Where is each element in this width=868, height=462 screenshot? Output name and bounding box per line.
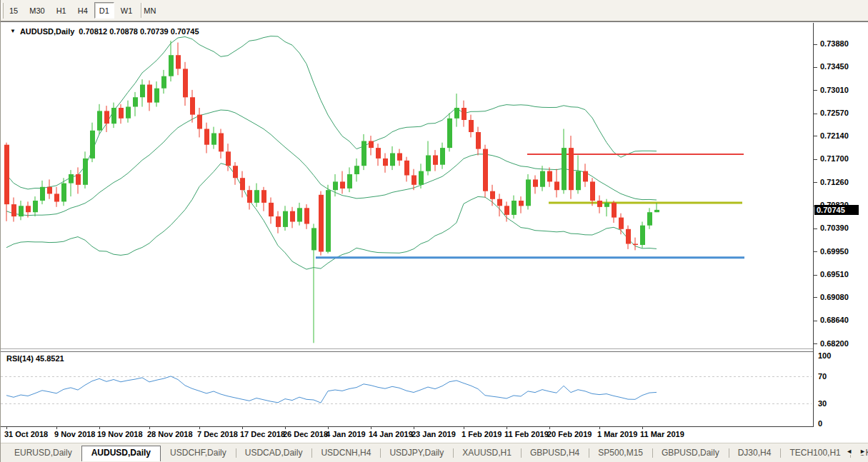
rsi-level-label: 100 bbox=[818, 351, 831, 360]
candle-body-bear bbox=[240, 178, 245, 190]
candle-body-bull bbox=[647, 212, 652, 226]
price-tick-mark bbox=[814, 275, 817, 276]
tab-tech100-h1[interactable]: TECH100,H1 bbox=[780, 446, 849, 461]
tab-usdcad-daily[interactable]: USDCAD,Daily bbox=[236, 446, 312, 461]
price-tick-mark bbox=[814, 297, 817, 298]
date-tick-label: 14 Jan 2019 bbox=[369, 430, 413, 438]
price-tick-mark bbox=[814, 321, 817, 321]
candle-body-bear bbox=[226, 151, 231, 166]
tab-scroll-left-icon[interactable]: ◄ bbox=[846, 448, 852, 455]
price-tick-mark bbox=[814, 114, 817, 114]
candle-body-bull bbox=[69, 174, 74, 184]
timeframe-button-mn[interactable]: MN bbox=[139, 2, 161, 19]
candle-body-bear bbox=[376, 148, 381, 159]
date-tick-label: 1 Mar 2019 bbox=[597, 430, 637, 438]
date-tick-label: 28 Nov 2018 bbox=[147, 430, 193, 438]
candle-body-bull bbox=[33, 201, 38, 212]
date-tick-label: 17 Dec 2018 bbox=[240, 430, 285, 438]
tab-xauusd-h1[interactable]: XAUUSD,H1 bbox=[453, 446, 521, 461]
candle-body-bull bbox=[169, 55, 174, 76]
price-tick-label: 0.72140 bbox=[820, 131, 849, 140]
candle-body-bear bbox=[483, 149, 488, 191]
tab-usdcnh-h4[interactable]: USDCNH,H4 bbox=[311, 446, 380, 461]
tab-gbpusd-h4[interactable]: GBPUSD,H4 bbox=[521, 446, 589, 461]
timeframe-button-h1[interactable]: H1 bbox=[51, 2, 71, 19]
candle-body-bear bbox=[547, 171, 552, 182]
candle-body-bear bbox=[397, 154, 402, 161]
tab-audusd-daily[interactable]: AUDUSD,Daily bbox=[81, 446, 161, 461]
candle-body-bear bbox=[533, 179, 538, 186]
price-tick-label: 0.69510 bbox=[820, 270, 849, 278]
chart-ohlc-values: 0.70812 0.70878 0.70739 0.70745 bbox=[79, 27, 199, 36]
date-tick-mark bbox=[56, 427, 57, 429]
timeframe-toolbar: 15M30H1H4D1W1MN bbox=[1, 0, 868, 21]
timeframe-button-h4[interactable]: H4 bbox=[73, 2, 93, 19]
tab-gbpusd-daily[interactable]: GBPUSD,Daily bbox=[652, 446, 729, 461]
chart-tabs-bar: EURUSD,DailyAUDUSD,DailyUSDCHF,DailyUSDC… bbox=[1, 443, 868, 462]
pane-divider[interactable] bbox=[1, 348, 868, 352]
candle-body-bull bbox=[19, 206, 24, 216]
candle-body-bear bbox=[504, 206, 509, 215]
candle-body-bear bbox=[369, 141, 374, 149]
candle-body-bull bbox=[83, 159, 88, 185]
candle-body-bear bbox=[290, 211, 295, 222]
price-tick-label: 0.69950 bbox=[820, 247, 849, 256]
tab-dj30-h4[interactable]: DJ30,H4 bbox=[729, 446, 781, 461]
price-chart-svg[interactable] bbox=[1, 23, 813, 349]
chevron-down-icon[interactable]: ▼ bbox=[10, 29, 16, 34]
tab-usdchf-daily[interactable]: USDCHF,Daily bbox=[161, 446, 236, 461]
candle-body-bull bbox=[333, 181, 338, 190]
date-tick-label: 9 Nov 2018 bbox=[54, 430, 95, 438]
date-axis[interactable]: 31 Oct 20189 Nov 201819 Nov 201828 Nov 2… bbox=[1, 427, 813, 443]
candle-body-bear bbox=[340, 181, 345, 189]
price-tick-label: 0.70390 bbox=[820, 224, 849, 232]
candle-body-bear bbox=[147, 85, 152, 103]
candle-body-bull bbox=[154, 89, 159, 103]
candle-body-bull bbox=[140, 85, 145, 98]
candle-body-bull bbox=[211, 134, 216, 145]
bollinger-lower-band bbox=[6, 164, 657, 269]
candle-body-bull bbox=[390, 154, 395, 166]
candle-body-bull bbox=[326, 190, 331, 251]
date-tick-mark bbox=[371, 427, 371, 429]
candle-body-bull bbox=[254, 190, 259, 203]
tab-scroll-arrows: ◄ ► bbox=[842, 448, 866, 455]
date-tick-mark bbox=[242, 427, 243, 429]
timeframe-button-d1[interactable]: D1 bbox=[94, 2, 114, 19]
candle-body-bear bbox=[612, 203, 617, 218]
candle-body-bear bbox=[497, 199, 502, 206]
candle-body-bull bbox=[111, 108, 116, 124]
candle-body-bear bbox=[433, 156, 438, 165]
tab-usdjpy-daily[interactable]: USDJPY,Daily bbox=[380, 446, 453, 461]
price-axis[interactable]: 0.738800.734500.730100.725700.721400.717… bbox=[813, 23, 868, 427]
candle-body-bear bbox=[319, 195, 324, 252]
date-tick-mark bbox=[328, 427, 329, 429]
candle-body-bear bbox=[233, 166, 238, 178]
price-tick-mark bbox=[814, 67, 817, 68]
rsi-line bbox=[6, 376, 657, 403]
candle-body-bear bbox=[176, 55, 181, 69]
rsi-pane-svg[interactable] bbox=[1, 352, 813, 426]
candle-body-bear bbox=[104, 111, 109, 124]
date-tick-label: 4 Jan 2019 bbox=[326, 430, 366, 438]
toolbar-grip-icon[interactable] bbox=[1, 3, 4, 19]
tab-scroll-right-icon[interactable]: ► bbox=[859, 448, 866, 455]
date-tick-label: 11 Mar 2019 bbox=[640, 430, 684, 438]
price-tick-label: 0.73450 bbox=[820, 62, 849, 71]
timeframe-button-m30[interactable]: M30 bbox=[24, 2, 49, 19]
candle-body-bear bbox=[462, 108, 467, 120]
price-tick-mark bbox=[814, 343, 817, 344]
bollinger-middle-band bbox=[6, 110, 657, 216]
candle-body-bear bbox=[76, 174, 81, 185]
chart-tabs: EURUSD,DailyAUDUSD,DailyUSDCHF,DailyUSDC… bbox=[5, 446, 868, 461]
candle-body-bull bbox=[512, 201, 517, 215]
timeframe-button-15[interactable]: 15 bbox=[4, 2, 23, 19]
tab-sp500-m15[interactable]: SP500,M15 bbox=[589, 446, 652, 461]
candle-body-bull bbox=[447, 119, 452, 148]
timeframe-button-w1[interactable]: W1 bbox=[116, 2, 138, 19]
candle-body-bear bbox=[519, 201, 524, 206]
price-tick-mark bbox=[814, 251, 817, 252]
date-tick-mark bbox=[642, 427, 643, 429]
tab-eurusd-daily[interactable]: EURUSD,Daily bbox=[5, 446, 81, 461]
date-tick-label: 26 Dec 2018 bbox=[283, 430, 328, 438]
